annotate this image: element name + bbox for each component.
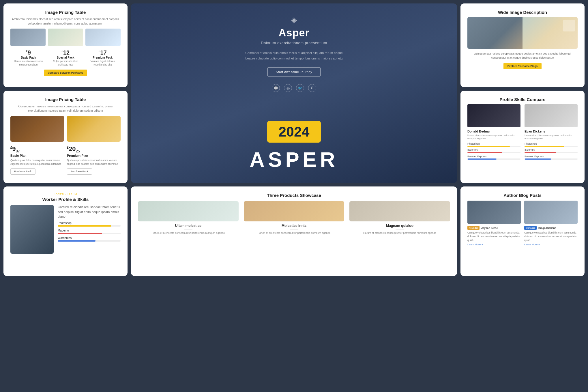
worker-content: Corrupti reiciendis recusandae totam ten… [10, 205, 121, 254]
plan-basic: £987 Basic Plan Quidem quos dolor conseq… [10, 145, 64, 175]
learn-more-1[interactable]: Learn More » [467, 243, 521, 246]
pricing-bottom-subtitle: Consequatur maiores inventore aut conseq… [10, 104, 121, 113]
blog-posts-list: Founder Jayson Jerde Cumque voluptatibus… [467, 201, 578, 246]
hero-section: ◈ Asper Dolorum exercitationem praesenti… [131, 3, 457, 183]
donald-skill-premier: Premier Express [467, 155, 520, 160]
evan-skill-premier: Premier Express [525, 155, 578, 160]
wide-image-desc: Quisquam aut ratione perspiciatis neque … [467, 52, 578, 60]
pricing-img-food [67, 116, 121, 142]
blog-role-1: Founder [467, 226, 480, 230]
pricing-packages: £9 Basic Pack Harum architecto consequ n… [10, 49, 121, 67]
three-products-title: Three Products Showcase [138, 193, 450, 198]
three-products-card: Three Products Showcase Ullam molestiae … [131, 186, 457, 276]
hero-title: Asper [278, 27, 309, 39]
donald-img [467, 104, 520, 127]
profile-skills-card: Profile Skills Compare Donald Bednar Har… [460, 91, 585, 183]
hero-body: Commodi et omnis quia omnis facilis at a… [245, 50, 343, 61]
worker-skill-photoshop: Photoshop [58, 221, 121, 227]
wide-img-left [467, 17, 523, 49]
donald-skill-illustrator: Illustrator [467, 149, 520, 153]
pricing-bottom-images [10, 116, 121, 142]
plan-premium: £2025 Premium Plan Quidem quos dolor con… [67, 145, 121, 175]
blog-author-1: Jayson Jerde [481, 227, 498, 229]
pricing-top-subtitle: Architecto reiciendis placeat sed omnis … [10, 17, 121, 26]
evan-skill-photoshop: Photoshop [525, 142, 578, 147]
profile-donald: Donald Bednar Harum et architecto conseq… [467, 104, 520, 161]
compare-button[interactable]: Compare Between Packages [44, 70, 87, 76]
pricing-top-card: Image Pricing Table Architecto reiciendi… [3, 3, 128, 87]
evan-img [525, 104, 578, 127]
blog-img-2 [524, 201, 578, 224]
product-img-1 [138, 201, 239, 221]
wide-image-area [467, 17, 578, 49]
wide-image-title: Wide Image Description [467, 10, 578, 15]
blog-post-1: Founder Jayson Jerde Cumque voluptatibus… [467, 201, 521, 246]
pkg-basic: £9 Basic Pack Harum architecto consequ n… [10, 49, 46, 67]
hero-bottom: 2024 ASPER [250, 121, 338, 171]
evan-skill-illustrator: Illustrator [525, 149, 578, 153]
pricing-bottom-title: Image Pricing Table [10, 97, 121, 102]
purchase-basic-button[interactable]: Purchase Pack [10, 168, 35, 175]
products-grid: Ullam molestiae Harum et architecto cons… [138, 201, 450, 235]
worker-lorem-tag: LOREM / IPSUM [10, 193, 121, 196]
explore-blogs-button[interactable]: Explore Awesome Blogs [503, 63, 542, 69]
purchase-premium-button[interactable]: Purchase Pack [67, 168, 92, 175]
pricing-img-laptop [10, 29, 46, 46]
pricing-images [10, 29, 121, 46]
blog-img-1 [467, 201, 521, 224]
hero-tagline: Dolorum exercitationem praesentium [261, 41, 327, 45]
google-icon[interactable]: G [308, 84, 316, 92]
hero-top: ◈ Asper Dolorum exercitationem praesenti… [245, 15, 343, 92]
social-icons-group: 💬 ◎ 🐦 G [272, 84, 316, 92]
product-divider-2 [290, 229, 298, 229]
blog-meta-1: Founder Jayson Jerde [467, 226, 521, 230]
blog-author-2: Diego Dickens [538, 227, 556, 229]
wide-image-card: Wide Image Description Quisquam aut rati… [460, 3, 585, 87]
year-badge: 2024 [267, 121, 321, 143]
pricing-img-flowers [48, 29, 83, 46]
product-divider-1 [184, 229, 192, 229]
hero-cta-button[interactable]: Start Awesome Journey [267, 67, 321, 76]
donald-skill-photoshop: Photoshop [467, 142, 520, 147]
wide-img-right [523, 17, 578, 49]
hero-logo-icon: ◈ [291, 15, 297, 25]
worker-img [10, 205, 54, 254]
messenger-icon[interactable]: 💬 [272, 84, 280, 92]
pricing-img-meat [10, 116, 64, 142]
whatsapp-icon[interactable]: ◎ [284, 84, 292, 92]
blog-meta-2: Manager Diego Dickens [524, 226, 578, 230]
pricing-plans: £987 Basic Plan Quidem quos dolor conseq… [10, 145, 121, 175]
product-img-2 [244, 201, 344, 221]
blog-post-2: Manager Diego Dickens Cumque voluptatibu… [524, 201, 578, 246]
pkg-premium: £17 Premium Pack Veritatis fugiat dolore… [85, 49, 121, 67]
worker-skill-wordpress: Wordpress [58, 236, 121, 242]
brand-name: ASPER [250, 148, 338, 171]
product-img-3 [349, 201, 450, 221]
product-divider-3 [396, 229, 404, 229]
pkg-special: £12 Special Pack Culpa perspiciatis illu… [48, 49, 84, 67]
learn-more-2[interactable]: Learn More » [524, 243, 578, 246]
product-3: Magnam quiaiuo Harum et architecto conse… [349, 201, 450, 235]
blog-role-2: Manager [524, 226, 537, 230]
pricing-bottom-card: Image Pricing Table Consequatur maiores … [3, 91, 128, 183]
author-blog-card: Author Blog Posts Founder Jayson Jerde C… [460, 186, 585, 276]
profile-evan: Evan Dickens Harum et architecto consequ… [525, 104, 578, 161]
profile-skills-title: Profile Skills Compare [467, 97, 578, 102]
pricing-img-desk [85, 29, 121, 46]
twitter-icon[interactable]: 🐦 [296, 84, 304, 92]
author-blog-title: Author Blog Posts [467, 193, 578, 198]
product-1: Ullam molestiae Harum et architecto cons… [138, 201, 239, 235]
profile-pairs: Donald Bednar Harum et architecto conseq… [467, 104, 578, 161]
worker-info: Corrupti reiciendis recusandae totam ten… [58, 205, 121, 254]
worker-profile-title: Worker Profile & Skills [10, 197, 121, 202]
worker-profile-card: LOREM / IPSUM Worker Profile & Skills Co… [3, 186, 128, 276]
pricing-top-title: Image Pricing Table [10, 10, 121, 15]
product-2: Molestiae innia Harum et architecto cons… [244, 201, 344, 235]
worker-skill-magento: Magento [58, 229, 121, 234]
